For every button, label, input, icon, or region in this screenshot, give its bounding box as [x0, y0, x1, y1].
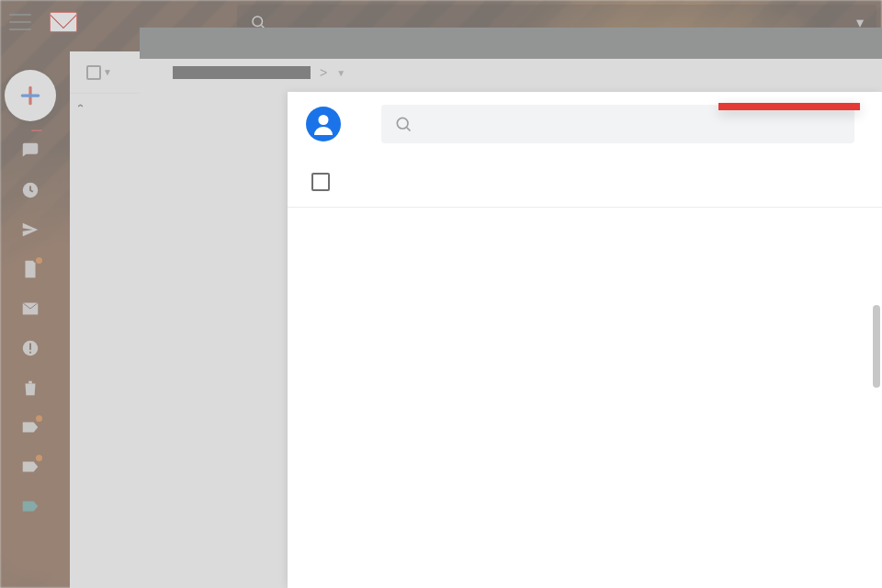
scrollbar[interactable]: [873, 305, 880, 388]
search-icon: [394, 115, 413, 133]
contacts-search-input[interactable]: [425, 116, 842, 132]
contacts-search[interactable]: [381, 105, 854, 143]
modal-header: [288, 92, 882, 156]
svg-line-7: [407, 128, 411, 131]
contacts-icon: [306, 107, 341, 141]
select-all-contacts-checkbox[interactable]: [311, 173, 330, 191]
contact-group-dropdown[interactable]: [718, 103, 860, 110]
svg-point-6: [397, 118, 408, 129]
select-contacts-modal: [288, 92, 882, 588]
modal-subbar: [288, 156, 882, 208]
